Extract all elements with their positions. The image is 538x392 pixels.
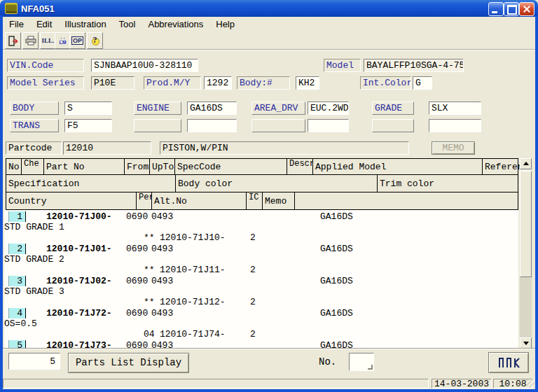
help-icon: ? [90,36,100,46]
model-series-field[interactable]: P10E [91,76,134,90]
table-row-1[interactable]: 1 12010-71J00- 0690 0493 GA16DS STD GRAD… [4,211,518,244]
resize-grip[interactable] [526,379,534,388]
model-field[interactable]: BAYALFFP10SGA-4-75 [364,59,464,72]
specification: STD GRADE 3 [4,286,64,297]
part-no: 12010-71J01- [46,244,112,254]
parts-list-display-button[interactable]: Parts List Display [68,353,189,373]
status-message-cell [3,379,429,388]
scroll-down-button[interactable] [520,337,532,349]
print-button[interactable] [22,32,39,49]
title-bar: NFA051 [0,0,538,17]
close-button[interactable] [519,2,534,16]
memo-button[interactable]: MEMO [432,141,475,155]
toolbar: ILL. : :LM OP ? [3,31,535,50]
specification: OS=0.5 [4,318,37,329]
scroll-up-button[interactable] [520,158,532,169]
alt-part-no: 12010-71J74- [160,329,226,340]
help-button[interactable]: ? [87,32,103,49]
grade-field[interactable]: SLX [429,102,481,115]
upto: 0493 [151,276,173,286]
col-alt-no: Alt.No [151,192,246,210]
col-country: Country [6,192,136,210]
maximize-button[interactable] [504,2,519,16]
window-title: NFA051 [21,4,55,14]
parts-lm-button[interactable]: : :LM [55,32,71,49]
partcode-field[interactable]: 12010 [63,141,151,155]
from: 0690 [126,211,148,222]
specification: STD GRADE 1 [4,222,64,232]
engine2-field-empty[interactable] [187,119,237,132]
engine-field[interactable]: GA16DS [187,102,237,115]
col-ic: IC [246,192,262,210]
col-no: No [6,158,21,175]
op-button[interactable]: OP [69,32,85,49]
alt-ic: 2 [250,329,256,340]
scrollbar-thumb[interactable] [520,171,532,277]
alt-prefix: 04 [144,329,155,340]
col-from: From [124,158,149,175]
exit-door-icon [8,36,18,46]
table-row-3[interactable]: 3 12010-71J02- 0690 0493 GA16DS STD GRAD… [4,276,518,308]
status-bar: 14-03-2003 10:08 [3,378,535,389]
prod-my-field[interactable]: 1292 [204,76,232,90]
col-reference: Referen [482,158,518,175]
table-row-5[interactable]: 5 12010-71J73- 0690 0493 GA16DS [4,340,518,349]
grade2-field-empty[interactable] [429,119,481,132]
bottom-panel: 5 Parts List Display No. [3,349,535,379]
menu-illustration[interactable]: Illustration [58,18,112,31]
minimize-button[interactable] [488,2,504,16]
area-drv2-field-empty[interactable] [308,119,349,132]
from: 0690 [126,308,148,318]
row-number: 5 [8,340,26,349]
alt-ic: 2 [250,297,256,307]
op-icon: OP [71,36,83,45]
menu-edit[interactable]: Edit [30,18,58,31]
vin-code-field[interactable]: SJNBAAP10U0-328110 [91,59,198,72]
menu-file[interactable]: File [3,18,30,31]
table-row-4[interactable]: 4 12010-71J72- 0690 0493 GA16DS OS=0.5 0… [4,308,518,340]
col-che: Che [21,158,43,175]
from: 0690 [126,244,148,254]
parts-glyph-button[interactable] [488,352,529,373]
alt-prefix: ** [144,232,155,243]
exit-button[interactable] [5,32,21,49]
from: 0690 [126,340,148,349]
vin-code-label: VIN.Code [7,59,84,72]
scrollbar-track[interactable] [520,277,532,337]
applied-model: GA16DS [320,211,353,222]
area-drv-field[interactable]: EUC.2WD [308,102,349,115]
alt-part-no: 12010-71J11- [160,265,226,275]
applied-model: GA16DS [320,244,353,254]
window-border-right [535,15,538,392]
ill-icon: ILL. [42,37,55,44]
upto: 0493 [151,244,173,254]
part-description-field[interactable]: PISTON,W/PIN [160,141,409,155]
row-number: 2 [8,244,26,254]
no-input[interactable] [349,353,374,371]
upto: 0493 [151,308,173,318]
col-part-no: Part No [43,158,124,175]
maximize-icon [507,5,517,15]
menu-bar: File Edit Illustration Tool Abbreviation… [3,17,535,31]
menu-abbreviations[interactable]: Abbreviations [142,18,209,31]
menu-tool[interactable]: Tool [113,18,142,31]
body-number-field[interactable]: KH2 [296,76,319,90]
engine-label: ENGINE [134,102,181,115]
specification: STD GRADE 2 [4,254,64,265]
trans-field[interactable]: F5 [64,119,112,132]
engine2-label-empty [134,119,181,132]
table-row-2[interactable]: 2 12010-71J01- 0690 0493 GA16DS STD GRAD… [4,244,518,276]
applied-model: GA16DS [320,340,353,349]
part-no: 12010-71J00- [46,211,112,222]
vertical-scrollbar [520,158,532,349]
grade-label: GRADE [372,102,414,115]
int-color-field[interactable]: G [413,76,432,90]
input-corner-mark [368,365,373,370]
minimize-icon [492,11,497,13]
body-field[interactable]: S [64,102,112,115]
col-body-color: Body color [175,175,377,192]
illustration-button[interactable]: ILL. [40,32,56,49]
trans-label: TRANS [10,119,59,132]
menu-help[interactable]: Help [209,18,241,31]
row-count-field[interactable]: 5 [8,353,60,370]
